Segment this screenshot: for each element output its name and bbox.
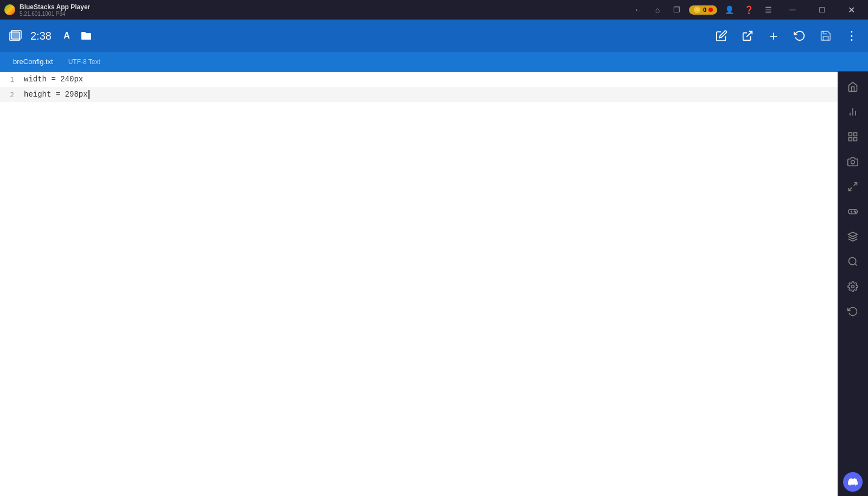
code-line-2: 2 height = 298px — [0, 87, 838, 102]
svg-point-17 — [855, 212, 856, 213]
svg-line-2 — [746, 31, 752, 37]
notification-dot — [709, 8, 713, 12]
svg-rect-7 — [854, 133, 857, 136]
sidebar-search-icon[interactable] — [842, 251, 864, 272]
svg-line-11 — [854, 183, 857, 186]
line-content-2: height = 298px — [20, 88, 94, 101]
main-area: 1 width = 240px 2 height = 298px — [0, 72, 868, 496]
text-format-icon[interactable]: A — [58, 27, 75, 44]
sidebar-apps-icon[interactable] — [842, 126, 864, 148]
sidebar-gamepad-icon[interactable] — [842, 201, 864, 222]
svg-rect-8 — [849, 138, 852, 141]
app-name: BlueStacks App Player — [20, 3, 626, 11]
save-icon[interactable] — [816, 26, 835, 46]
title-bar: BlueStacks App Player 5.21.601.1001 P64 … — [0, 0, 868, 20]
folder-icon[interactable] — [78, 27, 95, 44]
file-tab[interactable]: breConfig.txt — [7, 55, 60, 68]
pages-icon[interactable] — [7, 27, 24, 44]
svg-point-19 — [849, 258, 856, 265]
title-controls: ← ⌂ ❐ 🪙 0 👤 ❓ ☰ ─ □ ✕ — [630, 0, 864, 20]
editor-area[interactable]: 1 width = 240px 2 height = 298px — [0, 72, 838, 496]
file-encoding: UTF-8 Text — [68, 58, 100, 66]
sidebar-stats-icon[interactable] — [842, 101, 864, 123]
sidebar-back-icon[interactable] — [842, 301, 864, 322]
svg-point-10 — [851, 161, 855, 164]
back-button[interactable]: ← — [630, 2, 646, 17]
minimize-button[interactable]: ─ — [780, 0, 805, 20]
svg-marker-18 — [848, 232, 858, 237]
sidebar-layers-icon[interactable] — [842, 226, 864, 247]
sidebar-screenshot-icon[interactable] — [842, 151, 864, 173]
svg-rect-9 — [854, 138, 857, 141]
tabs-bar: breConfig.txt UTF-8 Text — [0, 52, 868, 72]
maximize-button[interactable]: □ — [809, 0, 834, 20]
svg-rect-1 — [11, 30, 21, 39]
sidebar-settings-icon[interactable] — [842, 276, 864, 297]
edit-pencil-icon[interactable] — [712, 26, 731, 46]
toolbar-right: + ⋮ — [712, 26, 861, 46]
undo-icon[interactable] — [790, 26, 809, 46]
svg-line-12 — [849, 188, 852, 191]
app-toolbar: 2:38 A + — [0, 20, 868, 52]
app-version: 5.21.601.1001 P64 — [20, 11, 626, 17]
sidebar-home-icon[interactable] — [842, 76, 864, 98]
line-number-2: 2 — [0, 91, 20, 99]
more-options-icon[interactable]: ⋮ — [842, 26, 861, 46]
close-button[interactable]: ✕ — [839, 0, 864, 20]
svg-point-21 — [852, 285, 854, 288]
add-icon[interactable]: + — [764, 26, 783, 46]
bluestacks-logo — [4, 4, 15, 15]
open-external-icon[interactable] — [738, 26, 757, 46]
right-sidebar — [838, 72, 868, 496]
user-icon[interactable]: 👤 — [722, 2, 737, 17]
help-icon[interactable]: ❓ — [741, 2, 756, 17]
coin-badge: 🪙 0 — [689, 5, 717, 15]
code-line-1: 1 width = 240px — [0, 72, 838, 87]
home-button[interactable]: ⌂ — [650, 2, 665, 17]
svg-line-20 — [855, 264, 857, 266]
line-number-1: 1 — [0, 75, 20, 84]
line-content-1: width = 240px — [20, 73, 87, 86]
sidebar-discord-icon[interactable] — [843, 472, 863, 492]
app-time: 2:38 — [30, 30, 52, 42]
copy-button[interactable]: ❐ — [669, 2, 685, 17]
sidebar-resize-icon[interactable] — [842, 176, 864, 198]
svg-rect-6 — [849, 133, 852, 136]
menu-icon[interactable]: ☰ — [761, 2, 776, 17]
